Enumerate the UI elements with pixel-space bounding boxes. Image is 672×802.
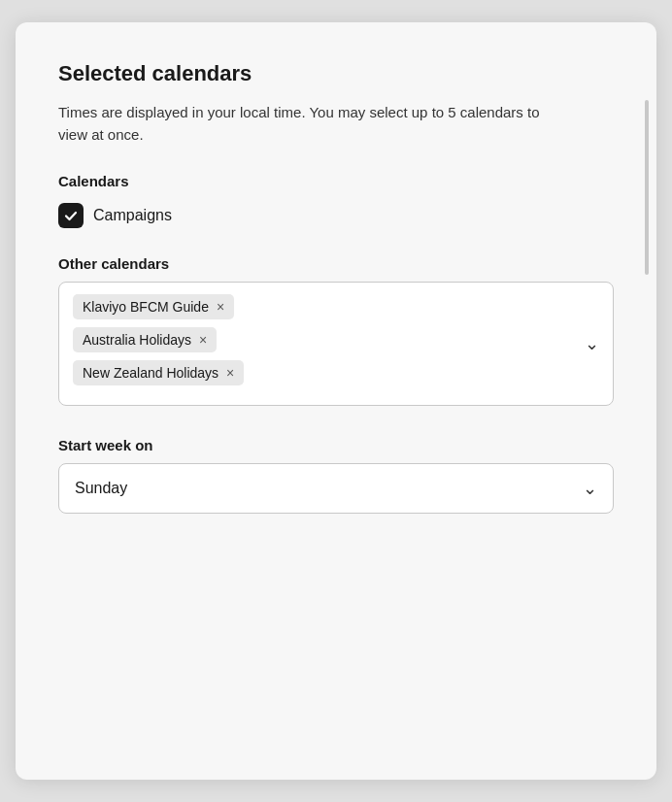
tag-label: New Zealand Holidays xyxy=(83,365,218,381)
other-calendars-section: Other calendars Klaviyo BFCM Guide × Aus… xyxy=(58,255,614,406)
start-week-value: Sunday xyxy=(75,480,127,497)
tag-label: Australia Holidays xyxy=(83,332,191,348)
campaigns-checkbox[interactable] xyxy=(58,203,84,228)
scrollbar[interactable] xyxy=(645,100,649,275)
list-item: Australia Holidays × xyxy=(73,327,217,352)
calendars-section: Calendars Campaigns xyxy=(58,173,614,228)
campaigns-label: Campaigns xyxy=(93,207,172,224)
start-week-section: Start week on Sunday ⌄ xyxy=(58,437,614,514)
start-week-select[interactable]: Sunday ⌄ xyxy=(58,463,614,514)
other-calendars-label: Other calendars xyxy=(58,255,614,272)
calendars-section-label: Calendars xyxy=(58,173,614,189)
start-week-label: Start week on xyxy=(58,437,614,453)
tag-label: Klaviyo BFCM Guide xyxy=(83,299,209,315)
list-item: New Zealand Holidays × xyxy=(73,360,244,385)
tags-container: Klaviyo BFCM Guide × Australia Holidays … xyxy=(73,294,599,393)
other-calendars-multiselect[interactable]: Klaviyo BFCM Guide × Australia Holidays … xyxy=(58,282,614,406)
list-item: Klaviyo BFCM Guide × xyxy=(73,294,234,319)
remove-klaviyo-tag[interactable]: × xyxy=(217,300,224,314)
selected-calendars-panel: Selected calendars Times are displayed i… xyxy=(16,22,656,780)
start-week-chevron-down-icon: ⌄ xyxy=(583,478,597,499)
remove-newzealand-tag[interactable]: × xyxy=(226,366,234,380)
panel-title: Selected calendars xyxy=(58,61,614,86)
campaigns-calendar-item: Campaigns xyxy=(58,203,614,228)
panel-description: Times are displayed in your local time. … xyxy=(58,102,563,146)
remove-australia-tag[interactable]: × xyxy=(199,333,207,347)
